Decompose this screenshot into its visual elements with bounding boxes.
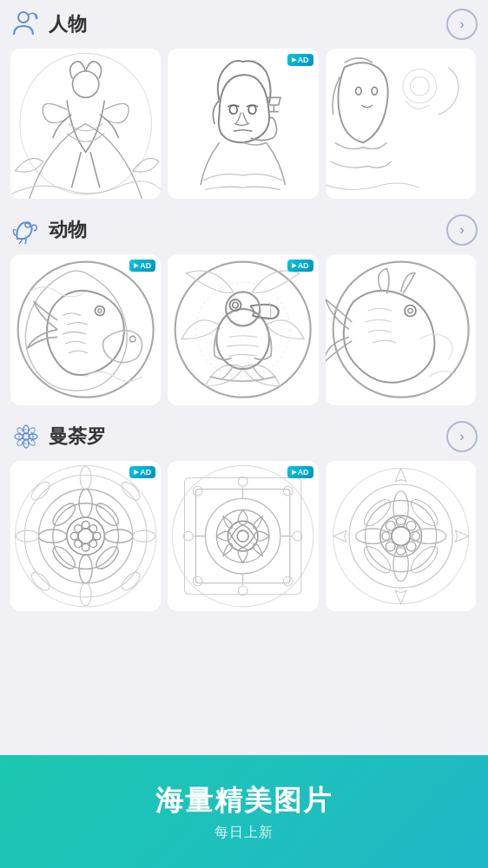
- svg-point-40: [26, 437, 36, 446]
- section-title-mandala: 曼荼罗: [10, 421, 106, 452]
- card-img-char3: [326, 49, 476, 199]
- banner-title: 海量精美图片: [155, 782, 333, 820]
- section-characters: 人物 ›: [0, 0, 488, 199]
- card-char2[interactable]: AD: [168, 49, 318, 199]
- cards-row-characters: AD: [10, 49, 478, 199]
- section-label-mandala: 曼荼罗: [49, 424, 106, 450]
- ad-badge-mand1: AD: [129, 466, 155, 478]
- svg-rect-41: [10, 461, 161, 611]
- card-img-char2: AD: [168, 49, 318, 199]
- bottom-banner: 海量精美图片 每日上新: [0, 755, 488, 868]
- svg-rect-15: [10, 254, 161, 404]
- svg-rect-92: [326, 461, 476, 611]
- ad-badge-char2: AD: [287, 54, 313, 66]
- card-anim3[interactable]: [326, 254, 476, 404]
- card-img-anim3: [326, 254, 476, 404]
- svg-rect-5: [168, 49, 318, 199]
- svg-point-38: [26, 426, 36, 436]
- person-icon: [10, 9, 42, 40]
- card-img-anim2: AD: [168, 254, 318, 404]
- svg-point-0: [18, 12, 29, 23]
- card-anim1[interactable]: AD: [10, 254, 161, 404]
- section-title-animals: 动物: [10, 214, 87, 246]
- banner-subtitle: 每日上新: [214, 824, 274, 842]
- cards-row-animals: AD: [10, 254, 478, 404]
- svg-point-37: [16, 426, 25, 436]
- section-header-characters: 人物 ›: [10, 9, 478, 40]
- card-char3[interactable]: [326, 49, 476, 199]
- card-img-char1: [10, 49, 161, 199]
- card-mand3[interactable]: [326, 461, 476, 611]
- more-button-mandala[interactable]: ›: [446, 421, 478, 452]
- card-mand2[interactable]: AD: [168, 461, 318, 611]
- card-anim2[interactable]: AD: [168, 254, 318, 404]
- card-img-mand2: AD: [168, 461, 318, 611]
- card-img-anim1: AD: [10, 254, 161, 404]
- svg-rect-72: [168, 461, 318, 611]
- section-title-characters: 人物: [10, 9, 87, 40]
- cards-row-mandala: AD: [10, 461, 478, 611]
- ad-badge-anim2: AD: [287, 260, 313, 272]
- more-button-animals[interactable]: ›: [446, 214, 478, 246]
- section-header-mandala: 曼荼罗 ›: [10, 421, 478, 452]
- more-button-characters[interactable]: ›: [446, 9, 478, 40]
- card-img-mand3: [326, 461, 476, 611]
- section-label-animals: 动物: [49, 217, 87, 243]
- svg-point-32: [19, 430, 33, 444]
- section-header-animals: 动物 ›: [10, 214, 478, 246]
- card-char1[interactable]: [10, 49, 161, 199]
- svg-rect-9: [326, 49, 476, 199]
- ad-badge-mand2: AD: [287, 466, 313, 478]
- animal-icon: [10, 214, 42, 246]
- card-img-mand1: AD: [10, 461, 161, 611]
- section-animals: 动物 › AD: [0, 206, 488, 404]
- mandala-icon: [10, 421, 42, 452]
- section-label-characters: 人物: [49, 11, 87, 37]
- svg-point-39: [16, 437, 25, 446]
- ad-badge-anim1: AD: [129, 260, 155, 272]
- card-mand1[interactable]: AD: [10, 461, 161, 611]
- section-mandala: 曼荼罗 › AD: [0, 412, 488, 611]
